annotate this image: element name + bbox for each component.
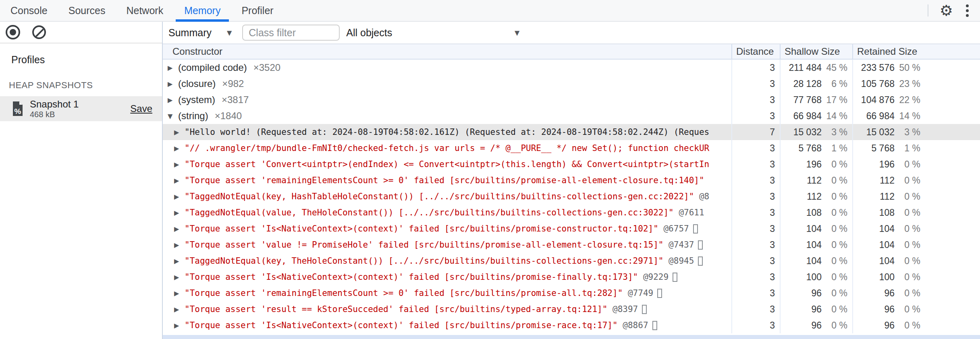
shallow-size-value: 66 984: [793, 111, 822, 122]
table-row[interactable]: ▼(string)×1840366 98414 %66 98414 %: [163, 108, 980, 124]
column-header-retained-size[interactable]: Retained Size: [852, 44, 980, 59]
snapshot-list-item[interactable]: % Snapshot 1 468 kB Save: [0, 96, 162, 121]
table-row[interactable]: ▶"// .wrangler/tmp/bundle-FmNIt0/checked…: [163, 140, 980, 156]
table-row[interactable]: ▶"Hello world! (Requested at: 2024-08-19…: [163, 124, 980, 140]
class-filter-input[interactable]: [242, 25, 340, 41]
shallow-size-cell: 1080 %: [780, 205, 852, 221]
shallow-size-value: 211 484: [789, 62, 822, 73]
table-row[interactable]: ▶"Torque assert 'Is<NativeContext>(conte…: [163, 221, 980, 237]
shallow-size-value: 104: [806, 256, 822, 267]
expand-arrow-closed-icon[interactable]: ▶: [174, 193, 185, 201]
table-row[interactable]: ▶"Torque assert 'Is<NativeContext>(conte…: [163, 269, 980, 285]
svg-text:%: %: [15, 107, 21, 116]
perspective-select[interactable]: Summary ▼: [168, 27, 232, 39]
retained-size-cell: 1040 %: [852, 237, 980, 253]
toolbar-divider: [928, 4, 928, 17]
retained-size-value: 96: [884, 288, 895, 299]
expand-arrow-closed-icon[interactable]: ▶: [174, 209, 185, 217]
shallow-size-percent: 14 %: [822, 111, 847, 122]
table-row[interactable]: ▶"Torque assert 'Convert<uintptr>(endInd…: [163, 156, 980, 172]
expand-arrow-closed-icon[interactable]: ▶: [174, 273, 185, 281]
shallow-size-value: 112: [807, 175, 822, 186]
column-header-constructor[interactable]: Constructor: [163, 44, 731, 59]
tab-console[interactable]: Console: [0, 0, 58, 21]
instance-count: ×1840: [215, 110, 242, 122]
settings-gear-icon[interactable]: ⚙: [940, 3, 953, 18]
retained-size-percent: 0 %: [895, 175, 920, 186]
missing-glyph-box: [698, 240, 703, 250]
string-value: "Torque assert 'Is<NativeContext>(contex…: [185, 272, 638, 282]
object-id: @8867: [618, 320, 648, 330]
expand-arrow-closed-icon[interactable]: ▶: [174, 225, 185, 233]
table-row[interactable]: ▶"Torque assert 'result == kStoreSuccede…: [163, 301, 980, 317]
tab-memory[interactable]: Memory: [174, 0, 231, 21]
tab-sources[interactable]: Sources: [58, 0, 116, 21]
more-options-kebab-icon[interactable]: [964, 3, 970, 19]
table-row[interactable]: ▶(closure)×982328 1286 %105 76823 %: [163, 76, 980, 92]
retained-size-value: 96: [884, 320, 895, 331]
expand-arrow-closed-icon[interactable]: ▶: [174, 161, 185, 168]
expand-arrow-closed-icon[interactable]: ▶: [168, 64, 178, 72]
table-row[interactable]: ▶"Torque assert 'remainingElementsCount …: [163, 172, 980, 188]
retained-size-value: 104: [879, 256, 895, 267]
shallow-size-percent: 0 %: [822, 207, 847, 218]
string-value: "TaggedNotEqual(value, TheHoleConstant()…: [185, 208, 674, 217]
grid-header-row: Constructor Distance Shallow Size Retain…: [163, 44, 980, 60]
tab-profiler[interactable]: Profiler: [231, 0, 284, 21]
retained-size-percent: 0 %: [895, 240, 920, 250]
record-heap-snapshot-icon[interactable]: [6, 25, 20, 39]
expand-arrow-open-icon[interactable]: ▼: [168, 112, 178, 120]
clear-profiles-icon[interactable]: [32, 25, 46, 39]
table-row[interactable]: ▶"TaggedNotEqual(key, TheHoleConstant())…: [163, 253, 980, 269]
expand-arrow-closed-icon[interactable]: ▶: [174, 177, 185, 184]
objects-filter-select[interactable]: All objects ▼: [346, 27, 519, 39]
chevron-down-icon: ▼: [227, 29, 232, 37]
profiles-sidebar: Profiles HEAP SNAPSHOTS % Snapshot 1 468…: [0, 22, 163, 339]
expand-arrow-closed-icon[interactable]: ▶: [174, 128, 185, 136]
retained-size-percent: 50 %: [895, 62, 920, 73]
distance-value: 3: [770, 159, 775, 170]
shallow-size-percent: 0 %: [822, 304, 847, 315]
expand-arrow-closed-icon[interactable]: ▶: [174, 289, 185, 297]
table-row[interactable]: ▶"Torque assert 'remainingElementsCount …: [163, 285, 980, 301]
tab-network[interactable]: Network: [116, 0, 174, 21]
snapshot-size: 468 kB: [30, 110, 79, 119]
table-row[interactable]: ▶"TaggedNotEqual(value, TheHoleConstant(…: [163, 205, 980, 221]
column-header-distance[interactable]: Distance: [731, 44, 780, 59]
expand-arrow-closed-icon[interactable]: ▶: [168, 80, 178, 88]
grid-body: ▶(compiled code)×35203211 48445 %233 576…: [163, 60, 980, 339]
expand-arrow-closed-icon[interactable]: ▶: [168, 96, 178, 104]
instance-count: ×3520: [253, 62, 280, 73]
expand-arrow-closed-icon[interactable]: ▶: [174, 241, 185, 249]
table-row[interactable]: ▶(system)×3817377 76817 %104 87622 %: [163, 92, 980, 108]
table-row[interactable]: ▶(compiled code)×35203211 48445 %233 576…: [163, 60, 980, 76]
distance-value: 3: [770, 272, 775, 283]
retained-size-percent: 0 %: [895, 272, 920, 283]
constructor-cell: ▶(compiled code)×3520: [163, 60, 731, 76]
string-value: "TaggedNotEqual(key, TheHoleConstant()) …: [185, 256, 663, 266]
shallow-size-percent: 3 %: [822, 127, 847, 138]
shallow-size-value: 112: [807, 191, 822, 202]
expand-arrow-closed-icon[interactable]: ▶: [174, 322, 185, 329]
heap-snapshot-panel: Summary ▼ All objects ▼ Constructor Dist…: [163, 22, 980, 339]
table-row[interactable]: ▶"Torque assert 'Is<NativeContext>(conte…: [163, 317, 980, 333]
expand-arrow-closed-icon[interactable]: ▶: [174, 257, 185, 265]
object-id: @9229: [638, 272, 669, 282]
constructor-name: (compiled code): [178, 62, 247, 73]
retained-size-percent: 0 %: [895, 304, 920, 315]
table-row[interactable]: ▶"TaggedNotEqual(key, HashTableHoleConst…: [163, 188, 980, 205]
expand-arrow-closed-icon[interactable]: ▶: [174, 145, 185, 152]
distance-value: 3: [770, 288, 775, 299]
distance-cell: 3: [731, 317, 780, 333]
object-id: @8: [694, 192, 709, 201]
snapshot-save-link[interactable]: Save: [130, 103, 152, 114]
shallow-size-cell: 1040 %: [780, 253, 852, 269]
shallow-size-cell: 15 0323 %: [780, 124, 852, 140]
expand-arrow-closed-icon[interactable]: ▶: [174, 306, 185, 313]
column-header-shallow-size[interactable]: Shallow Size: [780, 44, 852, 59]
instance-count: ×982: [222, 78, 244, 89]
shallow-size-percent: 0 %: [822, 159, 847, 170]
distance-value: 3: [770, 95, 775, 105]
table-row[interactable]: ▶"Torque assert 'value != PromiseHole' f…: [163, 237, 980, 253]
retained-size-cell: 104 87622 %: [852, 92, 980, 108]
